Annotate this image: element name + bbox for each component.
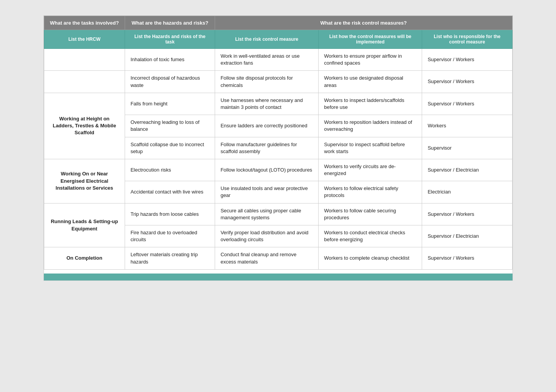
header2-col1: List the HRCW bbox=[44, 30, 125, 49]
table-row: On CompletionLeftover materials creating… bbox=[44, 247, 512, 269]
implement-cell: Workers to complete cleanup checklist bbox=[319, 247, 422, 269]
implement-cell: Workers to reposition ladders instead of… bbox=[319, 115, 422, 137]
responsible-cell: Supervisor bbox=[422, 137, 512, 159]
header1-col3: What are the risk control measures? bbox=[215, 16, 512, 30]
task-cell: Working On or Near Energised Electrical … bbox=[44, 159, 125, 203]
measure-cell: Work in well-ventilated areas or use ext… bbox=[215, 49, 319, 71]
hazard-cell: Inhalation of toxic fumes bbox=[125, 49, 215, 71]
table-body: Inhalation of toxic fumesWork in well-ve… bbox=[44, 49, 512, 270]
task-cell: On Completion bbox=[44, 247, 125, 269]
implement-cell: Workers to verify circuits are de-energi… bbox=[319, 159, 422, 181]
responsible-cell: Supervisor / Workers bbox=[422, 93, 512, 115]
hazard-cell: Electrocution risks bbox=[125, 159, 215, 181]
task-cell bbox=[44, 71, 125, 93]
responsible-cell: Supervisor / Workers bbox=[422, 71, 512, 93]
implement-cell: Workers to follow cable securing procedu… bbox=[319, 203, 422, 225]
responsible-cell: Supervisor / Workers bbox=[422, 49, 512, 71]
responsible-cell: Supervisor / Electrician bbox=[422, 225, 512, 247]
measure-cell: Verify proper load distribution and avoi… bbox=[215, 225, 319, 247]
header-row-1: What are the tasks involved? What are th… bbox=[44, 16, 512, 30]
header2-col3: List the risk control measure bbox=[215, 30, 319, 49]
implement-cell: Workers to follow electrical safety prot… bbox=[319, 181, 422, 203]
responsible-cell: Electrician bbox=[422, 181, 512, 203]
measure-cell: Ensure ladders are correctly positioned bbox=[215, 115, 319, 137]
responsible-cell: Supervisor / Electrician bbox=[422, 159, 512, 181]
measure-cell: Use insulated tools and wear protective … bbox=[215, 181, 319, 203]
header1-col2: What are the hazards and risks? bbox=[125, 16, 215, 30]
hazard-cell: Falls from height bbox=[125, 93, 215, 115]
task-cell: Running Leads & Setting-up Equipment bbox=[44, 203, 125, 247]
table-row: Incorrect disposal of hazardous wasteFol… bbox=[44, 71, 512, 93]
measure-cell: Follow manufacturer guidelines for scaff… bbox=[215, 137, 319, 159]
hazard-cell: Accidental contact with live wires bbox=[125, 181, 215, 203]
task-cell: Working at Height on Ladders, Trestles &… bbox=[44, 93, 125, 159]
measure-cell: Conduct final cleanup and remove excess … bbox=[215, 247, 319, 269]
table-row: Running Leads & Setting-up EquipmentTrip… bbox=[44, 203, 512, 225]
hazard-cell: Trip hazards from loose cables bbox=[125, 203, 215, 225]
table-row: Inhalation of toxic fumesWork in well-ve… bbox=[44, 49, 512, 71]
hazard-cell: Fire hazard due to overloaded circuits bbox=[125, 225, 215, 247]
implement-cell: Workers to conduct electrical checks bef… bbox=[319, 225, 422, 247]
risk-table: What are the tasks involved? What are th… bbox=[44, 16, 513, 270]
hazard-cell: Leftover materials creating trip hazards bbox=[125, 247, 215, 269]
measure-cell: Use harnesses where necessary and mainta… bbox=[215, 93, 319, 115]
measure-cell: Follow lockout/tagout (LOTO) procedures bbox=[215, 159, 319, 181]
header2-col5: List who is responsible for the control … bbox=[422, 30, 512, 49]
responsible-cell: Supervisor / Workers bbox=[422, 203, 512, 225]
hazard-cell: Scaffold collapse due to incorrect setup bbox=[125, 137, 215, 159]
bottom-bar bbox=[44, 274, 513, 280]
header1-col1: What are the tasks involved? bbox=[44, 16, 125, 30]
implement-cell: Workers to inspect ladders/scaffolds bef… bbox=[319, 93, 422, 115]
hazard-cell: Overreaching leading to loss of balance bbox=[125, 115, 215, 137]
table-row: Working On or Near Energised Electrical … bbox=[44, 159, 512, 181]
implement-cell: Supervisor to inspect scaffold before wo… bbox=[319, 137, 422, 159]
task-cell bbox=[44, 49, 125, 71]
header2-col2: List the Hazards and risks of the task bbox=[125, 30, 215, 49]
responsible-cell: Supervisor / Workers bbox=[422, 247, 512, 269]
implement-cell: Workers to ensure proper airflow in conf… bbox=[319, 49, 422, 71]
header-row-2: List the HRCW List the Hazards and risks… bbox=[44, 30, 512, 49]
implement-cell: Workers to use designated disposal areas bbox=[319, 71, 422, 93]
main-table-wrapper: What are the tasks involved? What are th… bbox=[43, 15, 513, 281]
table-row: Working at Height on Ladders, Trestles &… bbox=[44, 93, 512, 115]
hazard-cell: Incorrect disposal of hazardous waste bbox=[125, 71, 215, 93]
measure-cell: Secure all cables using proper cable man… bbox=[215, 203, 319, 225]
measure-cell: Follow site disposal protocols for chemi… bbox=[215, 71, 319, 93]
responsible-cell: Workers bbox=[422, 115, 512, 137]
header2-col4: List how the control measures will be im… bbox=[319, 30, 422, 49]
